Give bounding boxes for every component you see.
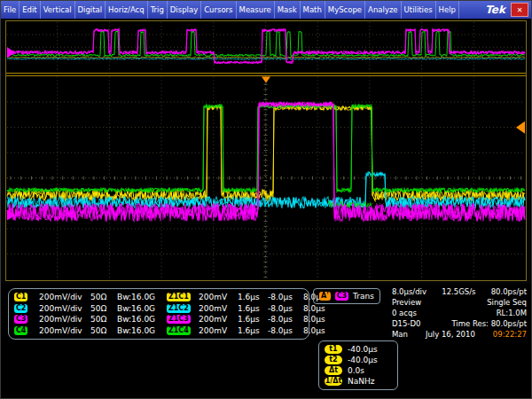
c2-termination: 50Ω (90, 304, 117, 313)
zoom-badge-z1c4[interactable]: Z1C4 (167, 326, 191, 335)
z1c3-tdiv: 1.6µs (238, 315, 268, 324)
z1c2-scale: 200mV (199, 304, 238, 313)
c2-scale: 200mV/div (39, 304, 90, 313)
cursor-t1-badge: t1 (325, 345, 342, 354)
z1c2-start: -8.0µs (268, 304, 303, 313)
menu-item-display[interactable]: Display (168, 1, 201, 19)
menu-item-horiz-acq[interactable]: Horiz/Acq (106, 1, 148, 19)
time-resolution: Time Res: 80.0ps/pt (451, 318, 527, 329)
horizontal-scale: 8.0µs/div (392, 286, 426, 297)
waveform-display[interactable] (5, 20, 527, 281)
acq-row-digital: D15-D0 Time Res: 80.0ps/pt (392, 318, 527, 329)
channel-badge-c2[interactable]: C2 (14, 304, 27, 313)
c1-scale: 200mV/div (39, 293, 90, 301)
menu-item-help[interactable]: Help (436, 1, 459, 19)
status-panel: C1 200mV/div 50Ω Bw:16.0G Z1C1 200mV 1.6… (1, 284, 531, 398)
channel-row-c4: C4 200mV/div 50Ω Bw:16.0G Z1C4 200mV 1.6… (14, 325, 325, 337)
trigger-mode: Man (392, 329, 408, 340)
acq-row-scale: 8.0µs/div 12.5GS/s 80.0ps/pt (392, 286, 527, 297)
z1c2-tdiv: 1.6µs (238, 304, 268, 313)
resolution: 80.0ps/pt (491, 286, 527, 297)
cursor-row-t1: t1 -40.0µs (325, 345, 392, 354)
menu-item-cursors[interactable]: Cursors (201, 1, 236, 19)
cursor-inv-dt: 1/Δt NaNHz (325, 377, 392, 386)
menu-item-analyze[interactable]: Analyze (365, 1, 402, 19)
c1-termination: 50Ω (90, 293, 117, 301)
c3-bandwidth: Bw:16.0G (117, 315, 167, 324)
z1c2-end: 8.0µs (303, 304, 325, 313)
channel-badge-c4[interactable]: C4 (14, 326, 27, 335)
date-label: July 16, 2010 (426, 329, 475, 340)
z1c4-start: -8.0µs (268, 326, 303, 335)
cursor-inv-dt-badge: 1/Δt (325, 377, 342, 386)
menu-item-file[interactable]: File (1, 1, 20, 19)
tek-logo: Tek (480, 1, 511, 19)
acq-row-datetime: Man July 16, 2010 09:22:27 (392, 329, 527, 340)
c3-scale: 200mV/div (39, 315, 90, 324)
z1c1-tdiv: 1.6µs (238, 293, 268, 301)
c3-termination: 50Ω (90, 315, 117, 324)
zoom-badge-z1c1[interactable]: Z1C1 (167, 293, 191, 301)
acq-row-mode: Preview Single Seq (392, 297, 527, 308)
zoom-badge-z1c2[interactable]: Z1C2 (167, 304, 191, 313)
app-window: File Edit Vertical Digital Horiz/Acq Tri… (0, 0, 532, 399)
z1c3-scale: 200mV (199, 315, 238, 324)
acq-row-count: 0 acqs RL:1.0M (392, 308, 527, 318)
c1-bandwidth: Bw:16.0G (117, 293, 167, 301)
menu-bar: File Edit Vertical Digital Horiz/Acq Tri… (1, 1, 531, 19)
acq-count: 0 acqs (392, 308, 417, 318)
menu-item-edit[interactable]: Edit (20, 1, 40, 19)
channel-row-c1: C1 200mV/div 50Ω Bw:16.0G Z1C1 200mV 1.6… (14, 292, 325, 303)
waveform-graticule (5, 20, 527, 281)
time-label: 09:22:27 (493, 329, 527, 340)
channel-badge-c1[interactable]: C1 (14, 293, 27, 301)
trigger-readout[interactable]: A' C3 Trans (313, 288, 380, 304)
channel-row-c2: C2 200mV/div 50Ω Bw:16.0G Z1C2 200mV 1.6… (14, 303, 325, 315)
cursor-dt-value: 0.0s (348, 366, 364, 375)
cursor-t1-value: -40.0µs (348, 345, 378, 354)
record-length: RL:1.0M (497, 308, 527, 318)
close-button[interactable]: ✕ (511, 3, 528, 17)
cursor-inv-dt-value: NaNHz (348, 377, 374, 386)
z1c3-start: -8.0µs (268, 315, 303, 324)
acquisition-readouts: 8.0µs/div 12.5GS/s 80.0ps/pt Preview Sin… (392, 286, 527, 340)
menu-item-measure[interactable]: Measure (237, 1, 275, 19)
menu-item-utilities[interactable]: Utilities (402, 1, 436, 19)
menu-item-vertical[interactable]: Vertical (41, 1, 75, 19)
z1c4-scale: 200mV (199, 326, 238, 335)
c4-termination: 50Ω (90, 326, 117, 335)
trigger-type: Trans (353, 292, 374, 301)
zoom-badge-z1c3[interactable]: Z1C3 (167, 315, 191, 324)
z1c1-scale: 200mV (199, 293, 238, 301)
menu-item-mask[interactable]: Mask (275, 1, 301, 19)
sample-rate: 12.5GS/s (442, 286, 475, 297)
channel-readouts: C1 200mV/div 50Ω Bw:16.0G Z1C1 200mV 1.6… (8, 288, 309, 340)
z1c3-end: 8.0µs (303, 315, 325, 324)
acq-sequence: Single Seq (487, 297, 527, 308)
digital-channels: D15-D0 (392, 318, 420, 329)
cursor-dt-badge: Δt (325, 366, 342, 375)
z1c1-start: -8.0µs (268, 293, 303, 301)
cursor-row-dt: Δt 0.0s (325, 366, 392, 375)
z1c4-end: 8.0µs (303, 326, 325, 335)
channel-row-c3: C3 200mV/div 50Ω Bw:16.0G Z1C3 200mV 1.6… (14, 314, 325, 325)
cursor-readouts: t1 -40.0µs t2 -40.0µs Δt 0.0s 1/Δt NaNHz (318, 340, 398, 390)
menu-spacer (459, 1, 480, 19)
menu-item-myscope[interactable]: MyScope (325, 1, 365, 19)
channel-badge-c3[interactable]: C3 (14, 315, 27, 324)
menu-item-trig[interactable]: Trig (148, 1, 168, 19)
cursor-t2-value: -40.0µs (348, 356, 378, 364)
menu-item-math[interactable]: Math (301, 1, 325, 19)
acq-mode: Preview (392, 297, 421, 308)
menu-item-digital[interactable]: Digital (75, 1, 106, 19)
cursor-t2-badge: t2 (325, 356, 342, 364)
c2-bandwidth: Bw:16.0G (117, 304, 167, 313)
trigger-a-badge[interactable]: A' (319, 292, 331, 301)
c4-bandwidth: Bw:16.0G (117, 326, 167, 335)
cursor-row-t2: t2 -40.0µs (325, 356, 392, 364)
z1c4-tdiv: 1.6µs (238, 326, 268, 335)
trigger-source-badge[interactable]: C3 (335, 292, 348, 301)
c4-scale: 200mV/div (39, 326, 90, 335)
